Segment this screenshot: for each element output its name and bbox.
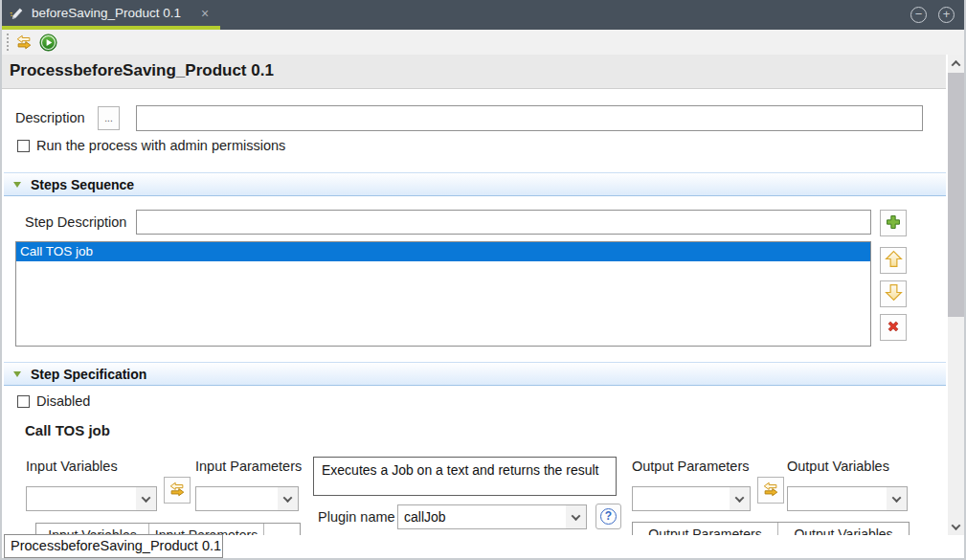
plugin-help-button[interactable]: ? (595, 504, 621, 529)
arrow-up-icon (884, 249, 904, 272)
editor-toolbar (2, 30, 964, 55)
help-icon: ? (600, 508, 617, 525)
admin-permissions-checkbox[interactable] (17, 140, 30, 152)
scrollbar-thumb[interactable] (948, 73, 964, 317)
vertical-scrollbar (948, 55, 964, 535)
input-variables-label: Input Variables (26, 459, 118, 474)
steps-sequence-section-header[interactable]: Steps Sequence (4, 172, 946, 196)
process-editor-window: beforeSaving_Product 0.1 × − + Process (0, 0, 966, 560)
input-parameters-value (196, 487, 278, 510)
page-title: ProcessbeforeSaving_Product 0.1 (10, 55, 946, 87)
chevron-down-icon (566, 505, 586, 528)
tab-label: beforeSaving_Product 0.1 (32, 0, 181, 27)
tab-beforesaving-product[interactable]: beforeSaving_Product 0.1 × (2, 0, 220, 30)
process-pen-icon (9, 6, 25, 26)
plugin-name-value: callJob (398, 505, 566, 528)
description-input[interactable] (136, 105, 923, 131)
close-tab-icon[interactable]: × (196, 0, 213, 27)
chevron-down-icon (136, 487, 156, 510)
delete-step-button[interactable] (880, 314, 907, 341)
status-tooltip: ProcessbeforeSaving_Product 0.1 (4, 534, 223, 558)
minimize-icon[interactable]: − (910, 7, 927, 23)
admin-permissions-label: Run the process with admin permissions (36, 138, 285, 153)
map-output-button[interactable] (757, 477, 784, 504)
step-name-heading: Call TOS job (25, 422, 110, 438)
chevron-down-icon (278, 487, 298, 510)
toolbar-grip-handle[interactable] (7, 34, 9, 51)
step-description-input[interactable] (136, 210, 871, 235)
arrow-down-icon (884, 282, 904, 305)
disabled-checkbox[interactable] (17, 395, 30, 408)
disabled-label: Disabled (36, 393, 90, 409)
input-variables-select[interactable] (26, 486, 157, 511)
description-ellipsis-button[interactable]: ... (98, 106, 120, 130)
collapse-triangle-icon[interactable] (13, 371, 21, 377)
maximize-icon[interactable]: + (938, 7, 955, 23)
transfer-arrows-icon (168, 481, 186, 501)
output-parameters-value (633, 487, 730, 510)
steps-sequence-title: Steps Sequence (31, 173, 134, 196)
red-x-icon (884, 317, 903, 339)
output-variables-select[interactable] (787, 486, 908, 511)
list-item[interactable]: Call TOS job (16, 242, 870, 261)
plugin-name-label: Plugin name (318, 504, 395, 529)
step-specification-section-header[interactable]: Step Specification (4, 362, 946, 386)
scroll-down-icon[interactable] (948, 518, 964, 535)
input-parameters-select[interactable] (195, 486, 299, 511)
input-variables-value (27, 487, 136, 510)
deploy-sync-icon[interactable] (14, 33, 34, 52)
steps-list[interactable]: Call TOS job (15, 241, 871, 347)
output-parameters-label: Output Parameters (632, 459, 750, 474)
input-parameters-label: Input Parameters (195, 459, 302, 474)
description-label: Description (15, 105, 85, 131)
output-variables-label: Output Variables (787, 459, 889, 474)
step-specification-title: Step Specification (31, 363, 146, 386)
map-input-button[interactable] (164, 477, 191, 504)
transfer-arrows-icon (762, 481, 779, 501)
tabbar-actions: − + (910, 7, 955, 23)
run-process-icon[interactable] (38, 33, 57, 52)
add-step-button[interactable] (880, 210, 907, 236)
move-step-up-button[interactable] (880, 247, 907, 274)
scroll-up-icon[interactable] (948, 55, 964, 72)
editor-tab-bar: beforeSaving_Product 0.1 × − + (2, 0, 964, 30)
move-step-down-button[interactable] (880, 280, 907, 307)
plus-icon (884, 213, 903, 235)
plugin-name-select[interactable]: callJob (397, 504, 587, 529)
output-parameters-select[interactable] (632, 486, 751, 511)
chevron-down-icon (887, 487, 907, 510)
page-title-bar: ProcessbeforeSaving_Product 0.1 (2, 55, 946, 89)
collapse-triangle-icon[interactable] (13, 182, 21, 188)
step-description-label: Step Description (25, 210, 126, 235)
output-variables-value (788, 487, 887, 510)
plugin-description-box: Executes a Job on a text and returns the… (313, 457, 617, 496)
chevron-down-icon (730, 487, 750, 510)
